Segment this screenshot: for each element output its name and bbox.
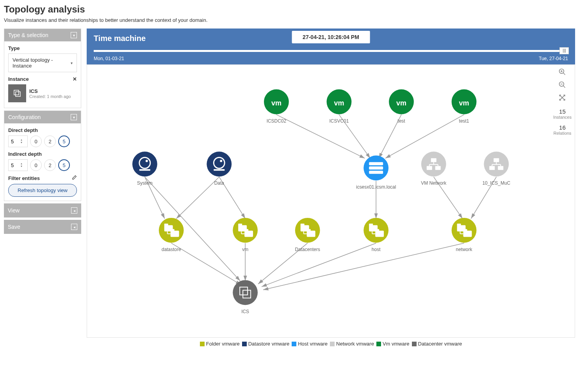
time-start-label: Mon, 01-03-21 (94, 56, 124, 61)
svg-point-44 (207, 151, 232, 176)
svg-rect-66 (498, 166, 503, 170)
svg-text:ICSDC02: ICSDC02 (267, 118, 287, 124)
svg-text:Data: Data (214, 180, 224, 186)
svg-rect-57 (435, 166, 441, 170)
node-vm-folder[interactable]: vm (233, 218, 258, 252)
type-select[interactable]: Vertical topology - Instance ▾ (8, 53, 77, 72)
save-title: Save (8, 224, 20, 230)
node-network-folder[interactable]: network (452, 218, 477, 252)
filter-entities-label: Filter entities (8, 175, 77, 182)
svg-rect-51 (369, 166, 383, 169)
slider-handle[interactable] (559, 47, 569, 54)
indirect-depth-input[interactable]: ▲▼ (8, 159, 28, 171)
view-panel-header[interactable]: View ◂ (4, 203, 81, 217)
up-icon[interactable]: ▲ (20, 162, 23, 165)
main-area: Time machine 27-04-21, 10:26:04 PM Mon, … (87, 29, 575, 351)
legend-swatch (242, 342, 247, 346)
svg-line-14 (385, 115, 464, 159)
node-datacenters[interactable]: Datacenters (295, 218, 320, 252)
chevron-down-icon: ▾ (71, 114, 77, 120)
direct-depth-input[interactable]: ▲▼ (8, 135, 28, 147)
refresh-topology-button[interactable]: Refresh topology view (8, 184, 77, 197)
node-datastore[interactable]: datastore (159, 218, 184, 252)
node-data[interactable]: Data (207, 151, 232, 186)
direct-depth-0-button[interactable]: 0 (30, 135, 42, 147)
svg-rect-75 (171, 231, 179, 237)
svg-rect-42 (139, 169, 150, 171)
node-test1[interactable]: vm test1 (452, 89, 477, 124)
topology-canvas[interactable]: 15 Instances 16 Relations (87, 64, 575, 338)
time-machine-current[interactable]: 27-04-21, 10:26:04 PM (292, 31, 370, 43)
configuration-header[interactable]: Configuration ▾ (4, 111, 81, 123)
indirect-depth-2-button[interactable]: 2 (44, 159, 56, 171)
svg-text:host: host (372, 247, 381, 252)
svg-text:network: network (456, 247, 472, 252)
svg-rect-64 (493, 158, 499, 162)
node-vmnetwork[interactable]: VM Network (421, 151, 446, 186)
node-system[interactable]: System (132, 151, 157, 186)
time-machine-slider[interactable] (94, 50, 568, 52)
type-selection-header[interactable]: Type & selection ▾ (4, 29, 81, 41)
direct-depth-field[interactable] (11, 139, 20, 144)
configuration-title: Configuration (8, 114, 41, 120)
type-label: Type (8, 45, 77, 51)
indirect-depth-5-button[interactable]: 5 (58, 159, 70, 171)
svg-point-112 (233, 280, 258, 305)
svg-text:VM Network: VM Network (421, 180, 446, 186)
svg-rect-76 (171, 229, 175, 232)
indirect-depth-label: Indirect depth (8, 151, 77, 157)
indirect-depth-0-button[interactable]: 0 (30, 159, 42, 171)
chevron-down-icon: ▾ (71, 32, 77, 38)
node-ics[interactable]: ICS (233, 280, 258, 314)
time-end-label: Tue, 27-04-21 (539, 56, 568, 61)
instance-meta: Created: 1 month ago (29, 94, 77, 99)
configuration-panel: Configuration ▾ Direct depth ▲▼ 0 2 5 I (4, 110, 81, 201)
svg-text:vm: vm (271, 99, 281, 107)
indirect-depth-field[interactable] (11, 162, 20, 168)
legend-swatch (330, 342, 335, 346)
direct-depth-2-button[interactable]: 2 (44, 135, 56, 147)
svg-point-46 (220, 160, 222, 162)
down-icon[interactable]: ▼ (20, 165, 23, 168)
fit-icon[interactable] (558, 94, 566, 103)
time-machine-panel: Time machine 27-04-21, 10:26:04 PM Mon, … (87, 29, 575, 64)
instance-card[interactable]: ICS Created: 1 month ago (8, 84, 77, 102)
node-host-folder[interactable]: host (363, 218, 388, 252)
svg-rect-98 (369, 224, 373, 226)
legend-label: Network vmware (336, 341, 374, 347)
direct-depth-label: Direct depth (8, 127, 77, 133)
save-panel-header[interactable]: Save ◂ (4, 220, 81, 234)
relations-label: Relations (554, 131, 572, 135)
legend-label: Datacenter vmware (418, 341, 462, 347)
node-icsesx01[interactable]: icsesx01.icsm.local (356, 155, 396, 190)
topology-svg[interactable]: vm ICSDC02 vm ICSVC01 vm test (87, 65, 575, 337)
svg-line-26 (263, 243, 464, 290)
svg-text:datastore: datastore (162, 247, 181, 252)
zoom-in-icon[interactable] (558, 68, 566, 78)
view-title: View (8, 207, 20, 214)
node-test[interactable]: vm test (389, 89, 414, 124)
legend-label: Folder vmware (206, 341, 240, 347)
svg-text:10_ICS_MuC: 10_ICS_MuC (482, 180, 510, 186)
node-icsdc02[interactable]: vm ICSDC02 (264, 89, 289, 124)
node-icsmuc[interactable]: 10_ICS_MuC (482, 151, 510, 186)
direct-depth-5-button[interactable]: 5 (58, 135, 70, 147)
svg-rect-99 (375, 231, 384, 237)
canvas-controls: 15 Instances 16 Relations (553, 68, 572, 135)
legend-swatch (376, 342, 381, 346)
svg-rect-91 (307, 231, 315, 237)
svg-rect-90 (301, 224, 305, 226)
down-icon[interactable]: ▼ (20, 141, 23, 144)
edit-icon[interactable] (71, 175, 77, 182)
chevron-left-icon: ◂ (71, 224, 77, 230)
svg-rect-1 (16, 92, 20, 96)
svg-rect-100 (375, 229, 379, 232)
node-icsvc01[interactable]: vm ICSVC01 (327, 89, 352, 124)
svg-rect-83 (244, 231, 253, 237)
close-icon[interactable]: ✕ (73, 76, 77, 82)
legend-label: Datastore vmware (248, 341, 289, 347)
svg-rect-92 (307, 229, 311, 232)
up-icon[interactable]: ▲ (20, 139, 23, 141)
svg-line-11 (276, 115, 365, 159)
zoom-out-icon[interactable] (558, 81, 566, 91)
